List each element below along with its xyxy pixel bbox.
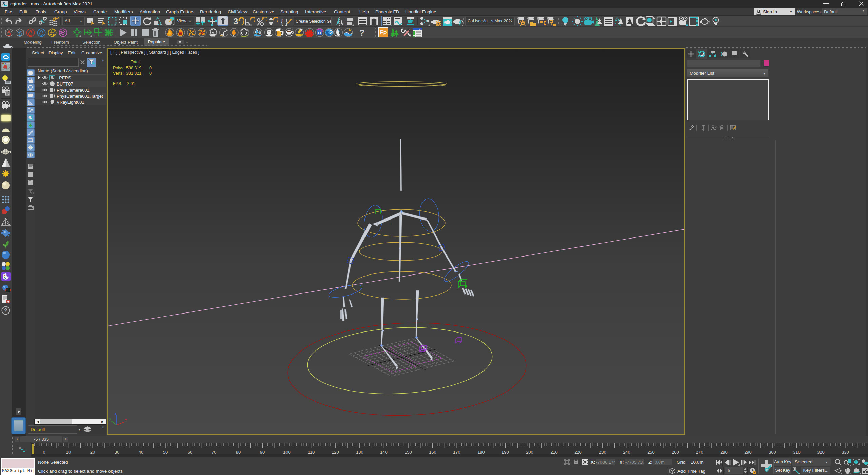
- svg-text:{ }: { }: [281, 17, 288, 26]
- svg-text:x: x: [125, 418, 127, 422]
- svg-text:3: 3: [233, 17, 238, 26]
- svg-text:z: z: [115, 411, 117, 415]
- svg-text:?: ?: [4, 308, 7, 314]
- svg-text:y: y: [109, 417, 111, 421]
